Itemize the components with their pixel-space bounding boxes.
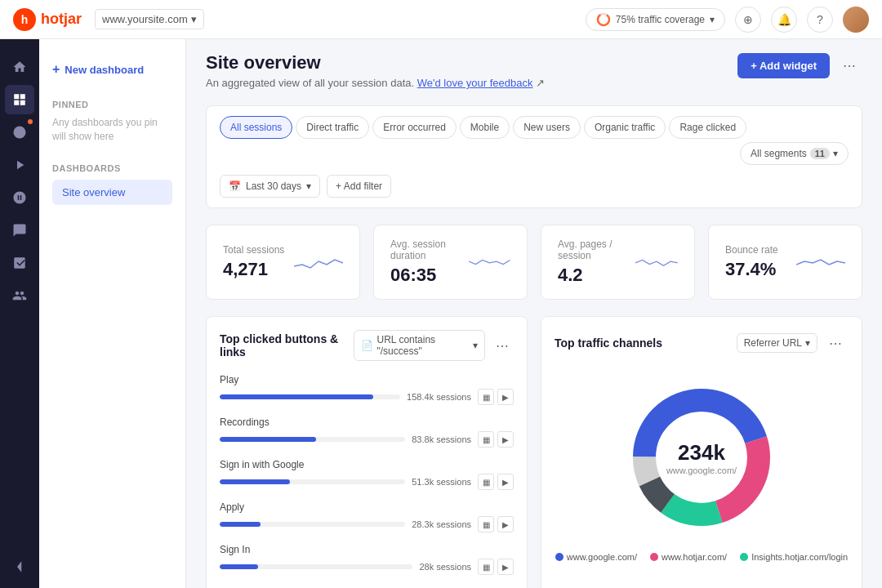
add-widget-button[interactable]: + Add widget — [737, 53, 830, 78]
date-filter-button[interactable]: 📅 Last 30 days ▾ — [220, 175, 320, 198]
play-icon-button[interactable]: ▶ — [497, 431, 514, 448]
recordings-icon-button[interactable]: ▦ — [478, 474, 494, 490]
filter-actions: 📅 Last 30 days ▾ + Add filter — [220, 175, 849, 198]
sidebar-item-home[interactable] — [5, 52, 34, 82]
legend-item-insights: Insights.hotjar.com/login — [740, 552, 848, 562]
survey-icon — [12, 256, 27, 270]
chart-item-label: Apply — [220, 501, 514, 513]
sidebar-item-recordings[interactable] — [5, 150, 34, 180]
dashboards-section: Dashboards Site overview — [39, 150, 185, 212]
play-icon-button[interactable]: ▶ — [497, 474, 514, 490]
help-button[interactable]: ? — [807, 7, 833, 33]
sidebar-item-insights[interactable] — [5, 118, 34, 147]
chart-item-label: Recordings — [220, 416, 514, 428]
feedback-link[interactable]: We'd love your feedback — [417, 77, 533, 89]
play-icon-button[interactable]: ▶ — [497, 516, 514, 532]
stats-row: Total sessions 4,271 Avg. session durati… — [206, 225, 862, 300]
main-content: Site overview An aggregated view of all … — [186, 0, 882, 588]
traffic-coverage-label: 75% traffic coverage — [616, 14, 705, 25]
stat-value: 4,271 — [223, 259, 284, 280]
legend-label-insights: Insights.hotjar.com/login — [751, 552, 848, 562]
chart-bar-fill — [220, 394, 373, 399]
chart-bar-bg — [220, 479, 405, 484]
filter-tabs: All sessions Direct traffic Error occurr… — [220, 116, 849, 165]
stat-label: Bounce rate — [725, 244, 778, 256]
add-filter-button[interactable]: + Add filter — [327, 175, 391, 198]
traffic-coverage-button[interactable]: 75% traffic coverage ▾ — [586, 8, 725, 31]
filter-tab-direct-traffic[interactable]: Direct traffic — [296, 116, 369, 139]
plus-icon: ⊕ — [743, 13, 753, 26]
filter-bar: All sessions Direct traffic Error occurr… — [206, 105, 862, 208]
donut-legend: www.google.com/ www.hotjar.com/ Insights… — [555, 552, 848, 562]
notifications-button[interactable]: 🔔 — [771, 7, 797, 33]
file-icon: 📄 — [361, 340, 373, 351]
logo-text: hotjar — [41, 11, 82, 28]
recordings-icon-button[interactable]: ▦ — [478, 559, 494, 575]
recordings-icon-button[interactable]: ▦ — [478, 516, 494, 532]
avatar[interactable] — [843, 7, 869, 33]
bottom-row: Top clicked buttons & links 📄 URL contai… — [206, 316, 862, 588]
donut-value: 234k — [666, 440, 737, 466]
chevron-down-icon: ▾ — [191, 13, 197, 25]
traffic-filter-button[interactable]: Referrer URL ▾ — [737, 333, 817, 353]
sidebar-item-dashboard[interactable] — [5, 85, 34, 114]
svg-point-1 — [598, 14, 609, 25]
panel-more-button[interactable]: ⋯ — [490, 332, 514, 359]
chart-bar-fill — [220, 437, 316, 442]
panel-more-button[interactable]: ⋯ — [822, 330, 849, 356]
filter-tab-error-occurred[interactable]: Error occurred — [372, 116, 457, 139]
sidebar-item-surveys[interactable] — [5, 248, 34, 278]
panel-title: Top clicked buttons & links — [220, 332, 354, 359]
recordings-icon-button[interactable]: ▦ — [478, 431, 494, 448]
left-panel: + New dashboard Pinned Any dashboards yo… — [39, 0, 186, 588]
users-icon — [12, 288, 27, 303]
legend-item-hotjar: www.hotjar.com/ — [650, 552, 727, 562]
insights-icon — [12, 125, 27, 140]
play-icon-button[interactable]: ▶ — [497, 559, 514, 575]
filter-tab-mobile[interactable]: Mobile — [460, 116, 510, 139]
recordings-icon-button[interactable]: ▦ — [478, 389, 494, 405]
sidebar-item-collapse[interactable] — [5, 552, 34, 581]
site-url: www.yoursite.com — [102, 13, 188, 25]
filter-tab-new-users[interactable]: New users — [513, 116, 581, 139]
nav-item-site-overview[interactable]: Site overview — [52, 180, 172, 205]
site-selector[interactable]: www.yoursite.com ▾ — [95, 9, 204, 29]
legend-label-hotjar: www.hotjar.com/ — [662, 552, 727, 562]
all-segments-dropdown[interactable]: All segments 11 ▾ — [740, 142, 849, 165]
stat-value: 37.4% — [725, 259, 778, 280]
panel-filter-button[interactable]: 📄 URL contains "/success" ▾ — [354, 330, 485, 361]
play-icon-button[interactable]: ▶ — [497, 389, 514, 405]
filter-tab-all-sessions[interactable]: All sessions — [220, 116, 292, 139]
chart-sessions: 83.8k sessions — [412, 434, 471, 444]
legend-label-google: www.google.com/ — [567, 552, 637, 562]
stat-label: Avg. pages / session — [558, 238, 635, 261]
donut-chart: 234k www.google.com/ — [620, 376, 783, 539]
dashboard-icon — [12, 92, 27, 107]
chart-item: Play 158.4k sessions ▦ ▶ — [220, 374, 514, 405]
sparkline-chart — [635, 250, 678, 274]
more-options-button[interactable]: ⋯ — [836, 52, 862, 78]
legend-dot-insights — [740, 553, 748, 561]
panel-header: Top traffic channels Referrer URL ▾ ⋯ — [555, 330, 849, 356]
external-link-icon: ↗ — [536, 77, 545, 89]
sidebar-item-feedback[interactable] — [5, 216, 34, 245]
chevron-down-icon: ▾ — [306, 180, 311, 192]
pinned-hint: Any dashboards you pin will show here — [52, 116, 172, 144]
chart-bar-bg — [220, 564, 412, 569]
chart-item: Sign In 28k sessions ▦ ▶ — [220, 544, 514, 575]
chart-item: Recordings 83.8k sessions ▦ ▶ — [220, 416, 514, 448]
plus-icon: + — [52, 62, 60, 77]
new-dashboard-button[interactable]: + New dashboard — [39, 52, 185, 87]
page-subtitle: An aggregated view of all your session d… — [206, 77, 545, 89]
sidebar-item-users[interactable] — [5, 281, 34, 310]
sidebar-item-heatmaps[interactable] — [5, 183, 34, 212]
heatmap-icon — [12, 190, 27, 205]
chevron-down-icon: ▾ — [710, 14, 715, 25]
chart-item: Sign in with Google 51.3k sessions ▦ ▶ — [220, 459, 514, 490]
filter-tab-organic-traffic[interactable]: Organic traffic — [584, 116, 666, 139]
filter-tab-rage-clicked[interactable]: Rage clicked — [669, 116, 746, 139]
stat-label: Avg. session duration — [390, 238, 469, 261]
add-recording-button[interactable]: ⊕ — [735, 7, 761, 33]
play-icon — [12, 158, 27, 172]
stat-card-avg-duration: Avg. session duration 06:35 — [373, 225, 528, 300]
